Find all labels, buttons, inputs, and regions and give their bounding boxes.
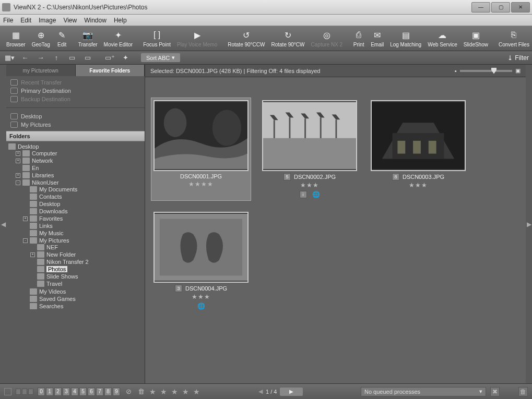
label-number-9[interactable]: 9 (113, 388, 120, 396)
minimize-button[interactable]: — (471, 2, 490, 13)
cancel-queue-button[interactable]: ✖ (490, 387, 500, 396)
process-queue[interactable]: No queued processes▾ (361, 387, 486, 396)
folder-button-1[interactable]: ▭ (66, 53, 78, 63)
maximize-button[interactable]: ▢ (491, 2, 510, 13)
toolbar-movie-editor[interactable]: ✦Movie Editor (101, 29, 136, 47)
tree-expander[interactable]: + (16, 173, 20, 178)
menu-window[interactable]: Window (84, 17, 107, 24)
tree-node[interactable]: -NikonUser (16, 179, 143, 186)
destination-item[interactable]: Backup Destination (10, 95, 140, 103)
delete-button[interactable]: 🗑 (518, 387, 528, 396)
tree-node[interactable]: Travel (30, 281, 143, 287)
thumbnail[interactable]: 5DSCN0002.JPG★★★i🌐 (260, 98, 359, 200)
thumbnail[interactable]: DSCN0001.JPG★★★★ (151, 98, 251, 200)
tree-node[interactable]: Links (23, 223, 143, 229)
quick-folder-item[interactable]: My Pictures (10, 120, 140, 129)
label-number-2[interactable]: 2 (54, 388, 62, 396)
new-folder-button[interactable]: ▭⁺ (103, 53, 116, 63)
tab-my-picturetown[interactable]: my Picturetown (6, 65, 76, 76)
tree-node[interactable]: Desktop (23, 201, 143, 207)
toolbar-slideshow[interactable]: ▣SlideShow (460, 29, 491, 47)
tree-node[interactable]: Slide Shows (30, 273, 143, 280)
tree-expander[interactable]: - (16, 180, 20, 185)
left-edge-expander[interactable]: ◀ (0, 65, 6, 383)
quick-folder-item[interactable]: Desktop (10, 112, 140, 120)
folder-tree[interactable]: Desktop+Computer+NetworkEn+Libraries-Nik… (6, 141, 145, 383)
tree-node[interactable]: +Network (16, 158, 143, 164)
thumb-size-slider[interactable] (460, 70, 512, 72)
tree-node[interactable]: +Favorites (23, 215, 143, 222)
menu-view[interactable]: View (63, 17, 77, 24)
thumb-small-icon[interactable]: ▪ (455, 68, 457, 74)
nav-forward-button[interactable]: → (34, 53, 47, 63)
menu-image[interactable]: Image (39, 17, 56, 24)
toolbar-rotate-90-ccw[interactable]: ↺Rotate 90°CCW (224, 29, 268, 47)
toolbar-log-matching[interactable]: ▤Log Matching (387, 29, 424, 47)
menu-help[interactable]: Help (114, 17, 127, 24)
toolbar-browser[interactable]: ▦Browser (3, 29, 29, 47)
folder-button-2[interactable]: ▭ (81, 53, 94, 63)
tree-expander[interactable]: + (16, 159, 20, 163)
tree-node[interactable]: +Computer (16, 150, 143, 156)
tree-node[interactable]: My Music (23, 230, 143, 236)
right-edge-expander[interactable]: ▶ (526, 65, 532, 383)
page-prev[interactable]: ◀ (258, 388, 263, 395)
tree-node[interactable]: -My Pictures (23, 237, 143, 244)
toolbar-email[interactable]: ✉Email (368, 29, 387, 47)
tree-root[interactable]: Desktop (8, 143, 143, 150)
play-button[interactable]: ▶ (280, 388, 303, 396)
tree-node[interactable]: En (16, 165, 143, 171)
tab-favorite-folders[interactable]: Favorite Folders (76, 65, 145, 76)
toolbar-transfer[interactable]: 📷Transfer (75, 29, 101, 47)
tree-node[interactable]: My Documents (23, 186, 143, 192)
tree-node[interactable]: +New Folder (30, 251, 143, 258)
filter-button[interactable]: ⤓Filter (507, 54, 529, 62)
destination-item[interactable]: Primary Destination (10, 87, 140, 95)
label-color-cells[interactable] (16, 389, 33, 395)
tree-node[interactable]: Nikon Transfer 2 (30, 259, 143, 265)
toolbar-web-service[interactable]: ☁Web Service (424, 29, 460, 47)
toolbar-capture-nx-2[interactable]: ◎Capture NX 2 (308, 29, 346, 47)
label-number-4[interactable]: 4 (71, 388, 78, 396)
label-numbers[interactable]: 0123456789 (38, 388, 120, 396)
toolbar-edit[interactable]: ✎Edit (53, 29, 71, 47)
toolbar-play-voice-memo[interactable]: ▶Play Voice Memo (174, 29, 220, 47)
toolbar-print[interactable]: ⎙Print (350, 29, 368, 47)
tree-node[interactable]: +Libraries (16, 172, 143, 178)
tree-node[interactable]: My Videos (23, 288, 143, 295)
label-number-3[interactable]: 3 (63, 388, 70, 396)
toolbar-geotag[interactable]: ⊕GeoTag (29, 29, 53, 47)
label-number-6[interactable]: 6 (88, 388, 95, 396)
label-number-8[interactable]: 8 (104, 388, 112, 396)
toolbar-convert-files[interactable]: ⎘Convert Files (495, 29, 532, 47)
rating-stars[interactable]: ★ ★ ★ ★ ★ (149, 388, 201, 396)
label-number-7[interactable]: 7 (96, 388, 103, 396)
tree-node[interactable]: Downloads (23, 208, 143, 214)
tree-node[interactable]: NEF (30, 244, 143, 250)
toolbar-rotate-90-cw[interactable]: ↻Rotate 90°CW (268, 29, 308, 47)
toolbar-focus-point[interactable]: [ ]Focus Point (140, 29, 174, 47)
no-label-icon[interactable]: ⊘ (124, 388, 133, 396)
tree-node[interactable]: Contacts (23, 194, 143, 200)
label-number-0[interactable]: 0 (38, 388, 45, 396)
menu-edit[interactable]: Edit (20, 17, 31, 24)
tree-node[interactable]: Saved Games (23, 296, 143, 302)
fav-folder-button[interactable]: ✦ (119, 53, 132, 63)
tree-expander[interactable]: - (23, 238, 28, 243)
tree-node[interactable]: Searches (23, 303, 143, 309)
sort-dropdown[interactable]: Sort ABC▾ (141, 53, 180, 62)
tree-expander[interactable]: + (16, 151, 20, 156)
menu-file[interactable]: File (3, 17, 13, 24)
label-number-5[interactable]: 5 (79, 388, 87, 396)
thumbnail[interactable]: 8DSCN0003.JPG★★★ (369, 98, 468, 200)
destination-item[interactable]: Recent Transfer (10, 78, 140, 87)
nav-up-button[interactable]: ↑ (50, 53, 63, 63)
tree-expander[interactable]: + (23, 216, 28, 221)
tree-node[interactable]: Photos (30, 266, 143, 272)
thumbnail[interactable]: 3DSCN0004.JPG★★★🌐 (151, 210, 251, 312)
trash-label-icon[interactable]: 🗑 (137, 388, 145, 396)
close-button[interactable]: ✕ (511, 2, 530, 13)
view-mode-button[interactable]: ▦▾ (3, 53, 16, 63)
nav-back-button[interactable]: ← (19, 53, 31, 63)
tree-expander[interactable]: + (30, 252, 35, 257)
